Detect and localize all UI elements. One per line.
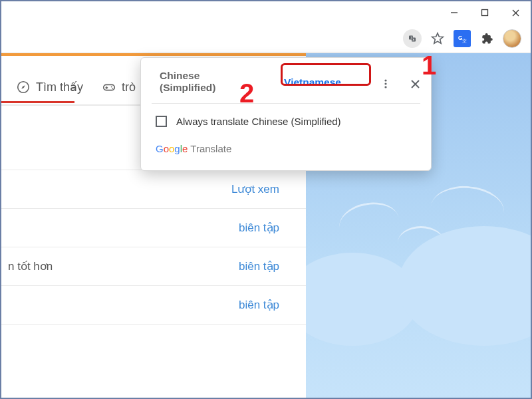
nav-item-find[interactable]: Tìm thấy (16, 80, 83, 94)
translate-page-icon[interactable]: 文A (403, 29, 422, 48)
nav-label: trò (122, 80, 136, 94)
svg-text:A: A (413, 38, 415, 41)
svg-point-19 (385, 79, 387, 81)
active-tab-underline (1, 101, 74, 103)
window-titlebar (1, 1, 531, 24)
extensions-menu-icon[interactable] (477, 29, 496, 48)
list-item[interactable]: biên tập (1, 285, 306, 325)
svg-point-18 (112, 88, 114, 89)
svg-point-17 (111, 86, 112, 88)
svg-marker-13 (21, 85, 25, 89)
decorative-clouds (306, 166, 531, 313)
list-item[interactable]: n tốt hơnbiên tập (1, 247, 306, 285)
svg-rect-1 (482, 10, 488, 16)
google-translate-branding: Google Translate (141, 140, 431, 168)
svg-marker-8 (432, 33, 444, 43)
translate-popup: Chinese (Simplified) Vietnamese Always t… (140, 57, 432, 171)
nav-label: Tìm thấy (36, 80, 83, 94)
browser-toolbar: 文A G文 (1, 24, 531, 53)
list-item[interactable]: Lượt xem (1, 170, 306, 208)
bookmark-star-icon[interactable] (428, 29, 447, 48)
annotation-callout-1: 1 (422, 51, 436, 80)
always-translate-row[interactable]: Always translate Chinese (Simplified) (141, 104, 431, 140)
svg-text:文: 文 (462, 39, 467, 43)
svg-rect-14 (104, 84, 115, 90)
checkbox-icon[interactable] (156, 116, 167, 127)
translate-options-menu-icon[interactable] (377, 74, 395, 93)
svg-point-20 (385, 82, 387, 84)
checkbox-label: Always translate Chinese (Simplified) (176, 116, 341, 127)
profile-avatar[interactable] (503, 29, 521, 48)
svg-point-21 (385, 86, 387, 88)
list-item[interactable]: biên tập (1, 208, 306, 247)
close-window-button[interactable] (500, 1, 531, 24)
minimize-button[interactable] (439, 1, 469, 24)
maximize-button[interactable] (469, 1, 500, 24)
gamepad-icon (102, 80, 116, 94)
nav-item-games[interactable]: trò (102, 80, 136, 94)
svg-text:文: 文 (410, 36, 413, 39)
compass-icon (16, 80, 31, 94)
annotation-highlight-box (281, 63, 371, 86)
google-translate-extension-icon[interactable]: G文 (454, 30, 471, 47)
annotation-callout-2: 2 (239, 78, 254, 108)
